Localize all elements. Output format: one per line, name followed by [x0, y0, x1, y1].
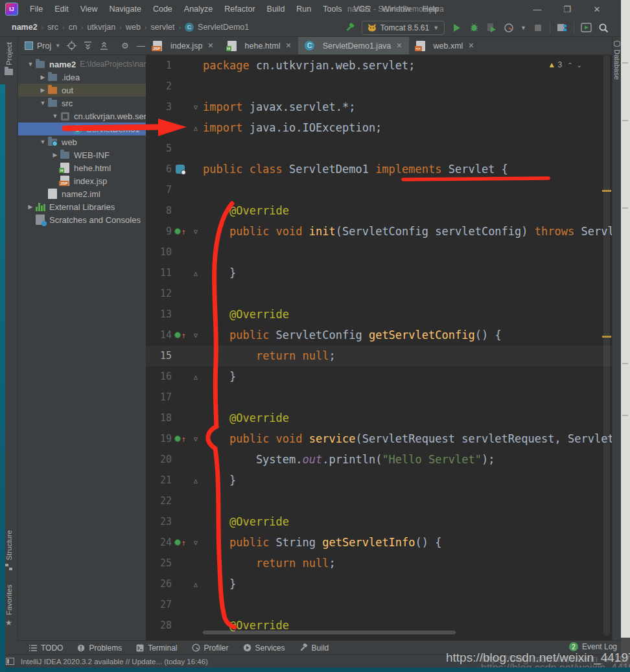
- code-line-6[interactable]: 6public class ServletDemo1 implements Se…: [146, 159, 612, 180]
- run-configuration-select[interactable]: Tomcat 8.5.61 ▼: [362, 21, 445, 35]
- breadcrumb-item[interactable]: cn: [67, 23, 78, 32]
- tab-close-icon[interactable]: ✕: [468, 41, 474, 50]
- code-line-3[interactable]: 3▽import javax.servlet.*;: [146, 97, 612, 117]
- menu-build[interactable]: Build: [262, 3, 290, 16]
- status-message[interactable]: IntelliJ IDEA 2020.3.2 available // Upda…: [21, 658, 208, 666]
- menu-edit[interactable]: Edit: [49, 3, 74, 16]
- override-gutter-icon[interactable]: ↑: [172, 539, 189, 547]
- override-gutter-icon[interactable]: ↑: [172, 331, 189, 340]
- tab-servletdemo1-java[interactable]: CServletDemo1.java✕: [298, 37, 409, 54]
- breadcrumb-item[interactable]: src: [46, 23, 60, 32]
- tree-chevron-icon[interactable]: ▼: [38, 139, 47, 145]
- code-line-17[interactable]: 17: [146, 387, 612, 408]
- tool-windows-icon[interactable]: [556, 22, 568, 34]
- code-line-2[interactable]: 2: [146, 76, 612, 97]
- tree-item-web-inf[interactable]: ▶WEB-INF: [18, 148, 146, 161]
- code-line-12[interactable]: 12: [146, 283, 612, 304]
- tab-index-jsp[interactable]: JSPindex.jsp✕: [146, 37, 220, 54]
- event-log-button[interactable]: 2 Event Log: [569, 642, 617, 651]
- editor-vertical-scrollbar[interactable]: [603, 55, 610, 636]
- tree-item-src[interactable]: ▼src: [18, 97, 146, 110]
- toolwindow-button-terminal[interactable]: Terminal: [136, 643, 177, 653]
- menu-file[interactable]: File: [25, 3, 48, 16]
- fold-marker-icon[interactable]: △: [189, 270, 203, 277]
- tree-item-servletdemo1[interactable]: CServletDemo1: [18, 122, 146, 135]
- run-with-coverage-button[interactable]: [485, 22, 497, 34]
- fold-marker-icon[interactable]: ▽: [189, 539, 203, 546]
- toolwindow-button-services[interactable]: Services: [243, 643, 285, 653]
- tree-item--idea[interactable]: ▶.idea: [18, 71, 146, 84]
- close-button[interactable]: ✕: [582, 0, 612, 18]
- inspection-widget[interactable]: ▲ 3 ⌃⌄: [548, 60, 586, 69]
- code-line-15[interactable]: 15 return null;: [146, 345, 612, 366]
- menu-run[interactable]: Run: [291, 3, 316, 16]
- tree-item-out[interactable]: ▶out: [18, 84, 146, 97]
- tree-item-web[interactable]: ▼web: [18, 135, 146, 148]
- profiler-button[interactable]: [503, 22, 515, 34]
- fold-marker-icon[interactable]: ▽: [189, 332, 203, 339]
- collapse-all-icon[interactable]: [99, 41, 109, 51]
- code-line-25[interactable]: 25 return null;: [146, 553, 612, 574]
- fold-marker-icon[interactable]: ▽: [189, 435, 203, 443]
- sidebar-item-database[interactable]: Database: [612, 41, 622, 80]
- override-gutter-icon[interactable]: ↑: [172, 227, 189, 236]
- code-line-18[interactable]: 18 @Override: [146, 408, 612, 428]
- breadcrumb-item[interactable]: ServletDemo1: [196, 23, 250, 32]
- toolwindow-toggle-icon[interactable]: [6, 658, 14, 665]
- hide-panel-icon[interactable]: —: [136, 41, 146, 51]
- debug-button[interactable]: [468, 22, 480, 34]
- menu-view[interactable]: View: [75, 3, 103, 16]
- tab-web-xml[interactable]: <>web.xml✕: [409, 37, 481, 54]
- code-line-5[interactable]: 5: [146, 138, 612, 159]
- run-button[interactable]: [450, 22, 462, 34]
- tree-item-name2-iml[interactable]: name2.iml: [18, 187, 146, 200]
- fold-marker-icon[interactable]: ▽: [189, 104, 203, 111]
- menu-tools[interactable]: Tools: [318, 3, 347, 16]
- breadcrumb-item[interactable]: name2: [10, 23, 39, 32]
- class-gutter-icon[interactable]: [172, 165, 189, 174]
- code-line-10[interactable]: 10: [146, 242, 612, 262]
- menu-navigate[interactable]: Navigate: [104, 3, 146, 16]
- tree-item-scratches-and-consoles[interactable]: Scratches and Consoles: [18, 213, 146, 226]
- code-line-16[interactable]: 16△ }: [146, 366, 612, 387]
- breadcrumb-item[interactable]: utkvrjan: [86, 23, 117, 32]
- tree-item-cn-utkvrjan-web-servlet[interactable]: ▼cn.utkvrjan.web.servlet: [18, 110, 146, 122]
- fold-marker-icon[interactable]: △: [189, 581, 203, 588]
- project-view-select[interactable]: Proj▼: [25, 41, 60, 51]
- warning-stripe-mark[interactable]: [602, 336, 611, 338]
- maximize-button[interactable]: ❐: [552, 0, 582, 18]
- breadcrumb-item[interactable]: web: [124, 23, 142, 32]
- gear-icon[interactable]: ⚙: [121, 41, 130, 51]
- fold-marker-icon[interactable]: △: [189, 477, 203, 484]
- locate-file-icon[interactable]: [67, 41, 76, 51]
- tree-chevron-icon[interactable]: ▶: [26, 203, 35, 210]
- tab-close-icon[interactable]: ✕: [207, 41, 213, 50]
- tree-chevron-icon[interactable]: ▼: [38, 100, 47, 106]
- minimize-button[interactable]: —: [522, 0, 552, 18]
- tree-chevron-icon[interactable]: ▼: [26, 61, 35, 67]
- code-line-1[interactable]: 1package cn.utkvrjan.web.servlet;: [146, 55, 612, 76]
- fold-marker-icon[interactable]: △: [189, 373, 203, 380]
- toolwindow-button-profiler[interactable]: Profiler: [192, 643, 229, 653]
- code-line-26[interactable]: 26△ }: [146, 574, 612, 594]
- warning-stripe-mark[interactable]: [602, 190, 611, 192]
- menu-code[interactable]: Code: [148, 3, 178, 16]
- code-line-8[interactable]: 8 @Override: [146, 200, 612, 221]
- code-editor[interactable]: ▲ 3 ⌃⌄ 1package cn.utkvrjan.web.servlet;…: [146, 55, 612, 655]
- breadcrumb-item[interactable]: servlet: [150, 23, 176, 32]
- toolwindow-button-problems[interactable]: Problems: [77, 643, 122, 653]
- tree-chevron-icon[interactable]: ▼: [51, 113, 60, 119]
- code-line-23[interactable]: 23 @Override: [146, 511, 612, 532]
- run-anything-icon[interactable]: [580, 22, 592, 34]
- sidebar-item-project[interactable]: Project: [0, 42, 18, 75]
- tree-item-external-libraries[interactable]: ▶External Libraries: [18, 200, 146, 213]
- build-hammer-icon[interactable]: [344, 22, 356, 34]
- code-line-24[interactable]: 24↑▽ public String getServletInfo() {: [146, 532, 612, 553]
- code-line-27[interactable]: 27: [146, 594, 612, 615]
- menu-refactor[interactable]: Refactor: [219, 3, 260, 16]
- tree-chevron-icon[interactable]: ▶: [38, 74, 47, 80]
- code-line-4[interactable]: 4△import java.io.IOException;: [146, 117, 612, 138]
- expand-all-icon[interactable]: [83, 41, 93, 51]
- tab-close-icon[interactable]: ✕: [285, 41, 291, 50]
- tree-item-index-jsp[interactable]: JSPindex.jsp: [18, 174, 146, 187]
